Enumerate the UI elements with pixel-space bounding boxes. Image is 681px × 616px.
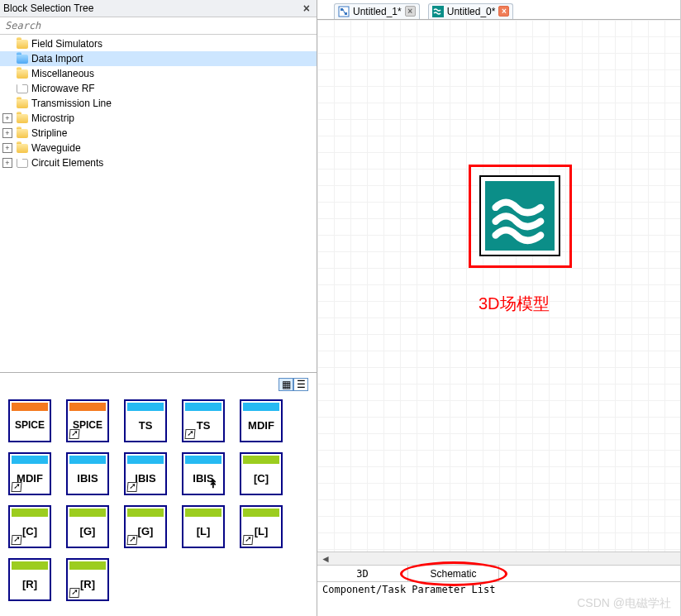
tab-label: Untitled_1* — [353, 6, 402, 17]
thumb-topbar — [185, 403, 221, 411]
tree-item-label: Miscellaneous — [31, 68, 94, 79]
schematic-icon — [338, 6, 350, 17]
block-thumb[interactable]: [R] — [8, 558, 51, 601]
block-thumb[interactable]: IBIS — [66, 452, 109, 495]
tree-item[interactable]: +Miscellaneous — [0, 66, 317, 81]
folder-icon — [17, 40, 28, 49]
thumb-topbar — [69, 403, 106, 411]
schematic-canvas[interactable]: 3D场模型 — [317, 20, 680, 552]
tree-item[interactable]: +Stripline — [0, 126, 317, 141]
placed-block[interactable] — [479, 175, 560, 256]
up-arrow-icon: ↟ — [208, 477, 218, 490]
block-thumb[interactable]: [G] — [66, 505, 109, 548]
link-overlay-icon — [11, 535, 21, 545]
link-overlay-icon — [69, 588, 79, 598]
thumb-topbar — [243, 456, 279, 464]
view-grid-button[interactable]: ▦ — [279, 378, 293, 391]
block-thumb[interactable]: SPICE — [66, 399, 109, 442]
bottom-tab-schematic[interactable]: Schematic — [408, 566, 499, 581]
thumb-topbar — [12, 456, 48, 464]
tree-item-label: Stripline — [31, 127, 67, 139]
document-tab[interactable]: Untitled_1*× — [334, 3, 420, 19]
folder-icon — [17, 159, 28, 168]
block-thumb[interactable]: IBIS — [124, 452, 167, 495]
annotation-text: 3D场模型 — [479, 293, 550, 315]
document-tabs: Untitled_1*×Untitled_0*× — [317, 0, 680, 20]
tree-item-label: Transmission Line — [31, 98, 112, 109]
folder-icon — [17, 99, 28, 108]
thumb-topbar — [69, 561, 106, 570]
tree-item-label: Microstrip — [31, 112, 74, 124]
thumb-topbar — [12, 403, 48, 411]
scroll-left-icon[interactable]: ◄ — [317, 553, 334, 565]
thumb-label: [C] — [241, 472, 281, 485]
tree-item-label: Waveguide — [31, 142, 81, 154]
svg-rect-1 — [340, 8, 343, 11]
folder-icon — [17, 55, 28, 64]
link-overlay-icon — [11, 482, 21, 492]
block-thumb[interactable]: [R] — [66, 558, 109, 601]
tree-item-label: Field Simulators — [31, 38, 102, 50]
bottom-tab-schematic-label: Schematic — [430, 568, 476, 580]
search-input[interactable] — [0, 17, 317, 35]
bottom-tab-3d[interactable]: 3D — [317, 566, 408, 581]
folder-icon — [17, 69, 28, 79]
tree-item[interactable]: +Transmission Line — [0, 96, 317, 111]
folder-icon — [17, 84, 28, 93]
block-thumb[interactable]: [C] — [240, 452, 283, 495]
block-thumb[interactable]: [L] — [240, 505, 283, 548]
thumb-topbar — [12, 509, 48, 517]
tab-close-button[interactable]: × — [498, 6, 509, 17]
param-list-header: Component/Task Parameter List — [317, 581, 680, 616]
thumb-topbar — [185, 456, 221, 464]
thumb-topbar — [243, 403, 279, 411]
block-thumb[interactable]: TS — [182, 399, 225, 442]
thumb-topbar — [12, 561, 48, 570]
tree-item[interactable]: +Microwave RF — [0, 81, 317, 96]
folder-icon — [17, 129, 28, 138]
svg-rect-2 — [345, 12, 347, 15]
tree-item[interactable]: +Data Import — [0, 51, 317, 66]
panel-header: Block Selection Tree × — [0, 0, 317, 17]
tab-label: Untitled_0* — [447, 6, 496, 17]
block-thumb[interactable]: [C] — [8, 505, 51, 548]
link-overlay-icon — [126, 482, 137, 492]
panel-close-button[interactable]: × — [300, 2, 313, 15]
tree-item-label: Circuit Elements — [31, 157, 103, 169]
document-tab[interactable]: Untitled_0*× — [428, 3, 514, 19]
svg-rect-4 — [432, 6, 444, 17]
h-scrollbar[interactable]: ◄ — [317, 552, 680, 565]
block-tree[interactable]: +Field Simulators+Data Import+Miscellane… — [0, 35, 317, 372]
block-thumb[interactable]: [L] — [182, 505, 225, 548]
block-thumb[interactable]: MDIF — [240, 399, 283, 442]
tree-item[interactable]: +Field Simulators — [0, 36, 317, 51]
thumb-label: MDIF — [241, 419, 281, 432]
thumb-label: SPICE — [10, 419, 50, 431]
tree-item[interactable]: +Microstrip — [0, 111, 317, 126]
link-overlay-icon — [184, 429, 195, 439]
view-list-button[interactable]: ☰ — [293, 378, 308, 391]
block-thumb[interactable]: SPICE — [8, 399, 51, 442]
block-thumb[interactable]: IBIS↟ — [182, 452, 225, 495]
thumb-label: [R] — [10, 578, 50, 590]
folder-icon — [17, 114, 28, 123]
tab-close-button[interactable]: × — [405, 6, 416, 17]
tree-expander[interactable]: + — [2, 158, 12, 168]
folder-icon — [17, 144, 28, 153]
tree-expander[interactable]: + — [2, 128, 12, 138]
block-thumb[interactable]: MDIF — [8, 452, 51, 495]
tree-item[interactable]: +Waveguide — [0, 141, 317, 155]
thumb-label: [G] — [68, 525, 107, 537]
tree-expander[interactable]: + — [2, 113, 12, 123]
thumb-topbar — [127, 403, 164, 411]
block-thumb[interactable]: TS — [124, 399, 167, 442]
thumb-label: [L] — [183, 525, 223, 537]
tree-expander[interactable]: + — [2, 143, 12, 153]
tree-item[interactable]: +Circuit Elements — [0, 155, 317, 170]
annotation-box — [469, 165, 572, 268]
block-thumb[interactable]: [G] — [124, 505, 167, 548]
waves-icon — [485, 181, 555, 251]
link-overlay-icon — [242, 535, 253, 545]
thumb-topbar — [69, 456, 106, 464]
thumb-topbar — [127, 509, 164, 517]
